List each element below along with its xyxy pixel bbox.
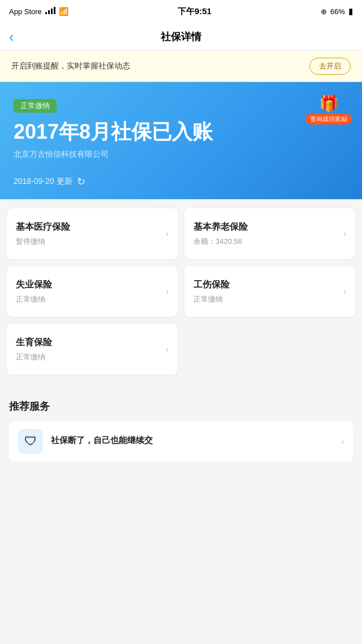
card-title: 基本医疗保险	[16, 221, 161, 233]
notification-text: 开启到账提醒，实时掌握社保动态	[11, 61, 130, 71]
reward-gift-icon: 🎁	[319, 96, 339, 111]
back-button[interactable]: ‹	[9, 29, 14, 44]
recommend-item-icon: 🛡	[18, 429, 43, 454]
card-title: 基本养老保险	[193, 221, 339, 233]
card-info: 基本养老保险 余额：3420.56	[193, 221, 339, 247]
notification-button[interactable]: 去开启	[309, 58, 351, 75]
recommend-item-name: 社保断了，自己也能继续交	[51, 435, 329, 446]
reward-badge: 🎁 查询成功奖励	[303, 90, 354, 130]
signal-icon	[45, 7, 55, 16]
nav-bar: ‹ 社保详情	[0, 23, 362, 51]
hero-company: 北京万古恒信科技有限公司	[14, 149, 348, 160]
recommend-arrow-icon: ›	[341, 437, 344, 446]
location-icon: ⊕	[321, 7, 327, 16]
card-title: 工伤保险	[193, 279, 339, 291]
battery-label: 66%	[330, 7, 345, 16]
card-info: 工伤保险 正常缴纳	[193, 279, 339, 304]
recommend-item-text: 社保断了，自己也能继续交	[51, 435, 329, 448]
status-right: ⊕ 66% ▮	[321, 6, 353, 16]
card-work-injury[interactable]: 工伤保险 正常缴纳 ›	[184, 266, 355, 317]
card-info: 生育保险 正常缴纳	[16, 337, 161, 362]
cards-row-1: 基本医疗保险 暂停缴纳 › 基本养老保险 余额：3420.56 ›	[7, 208, 355, 259]
hero-status-badge: 正常缴纳	[14, 99, 57, 113]
cards-row-2: 失业保险 正常缴纳 › 工伤保险 正常缴纳 ›	[7, 266, 355, 317]
card-arrow-icon: ›	[343, 229, 346, 238]
card-sub: 暂停缴纳	[16, 237, 161, 247]
hero-update-row: 2018-09-20 更新 ↻	[14, 175, 348, 188]
wifi-icon: 📶	[59, 7, 68, 16]
insurance-cards-section: 基本医疗保险 暂停缴纳 › 基本养老保险 余额：3420.56 › 失业保险 正…	[0, 199, 362, 390]
card-sub: 正常缴纳	[193, 294, 339, 304]
status-time: 下午9:51	[178, 6, 212, 17]
page-title: 社保详情	[161, 30, 201, 44]
card-sub: 余额：3420.56	[193, 237, 339, 247]
update-date: 2018-09-20 更新	[14, 177, 72, 187]
card-basic-medical[interactable]: 基本医疗保险 暂停缴纳 ›	[7, 208, 178, 259]
recommend-section-title: 推荐服务	[9, 400, 353, 413]
battery-icon: ▮	[348, 6, 353, 16]
card-arrow-icon: ›	[166, 287, 169, 296]
card-unemployment[interactable]: 失业保险 正常缴纳 ›	[7, 266, 178, 317]
refresh-button[interactable]: ↻	[77, 175, 85, 188]
card-arrow-icon: ›	[343, 287, 346, 296]
card-title: 生育保险	[16, 337, 161, 349]
shield-icon: 🛡	[24, 434, 37, 449]
notification-banner: 开启到账提醒，实时掌握社保动态 去开启	[0, 51, 362, 82]
status-left: App Store 📶	[9, 7, 68, 16]
card-sub: 正常缴纳	[16, 352, 161, 362]
card-info: 失业保险 正常缴纳	[16, 279, 161, 304]
card-basic-pension[interactable]: 基本养老保险 余额：3420.56 ›	[184, 208, 355, 259]
card-title: 失业保险	[16, 279, 161, 291]
card-arrow-icon: ›	[166, 345, 169, 354]
hero-section: 🎁 查询成功奖励 正常缴纳 2017年8月社保已入账 北京万古恒信科技有限公司 …	[0, 82, 362, 199]
card-arrow-icon: ›	[166, 229, 169, 238]
reward-label: 查询成功奖励	[305, 114, 352, 124]
card-info: 基本医疗保险 暂停缴纳	[16, 221, 161, 247]
hero-title: 2017年8月社保已入账	[14, 119, 348, 144]
cards-row-3: 生育保险 正常缴纳 ›	[7, 324, 355, 375]
card-sub: 正常缴纳	[16, 294, 161, 304]
recommend-item[interactable]: 🛡 社保断了，自己也能继续交 ›	[9, 421, 353, 462]
card-maternity[interactable]: 生育保险 正常缴纳 ›	[7, 324, 178, 375]
recommend-section: 推荐服务 🛡 社保断了，自己也能继续交 ›	[0, 390, 362, 462]
app-store-label: App Store	[9, 7, 42, 16]
status-bar: App Store 📶 下午9:51 ⊕ 66% ▮	[0, 0, 362, 23]
